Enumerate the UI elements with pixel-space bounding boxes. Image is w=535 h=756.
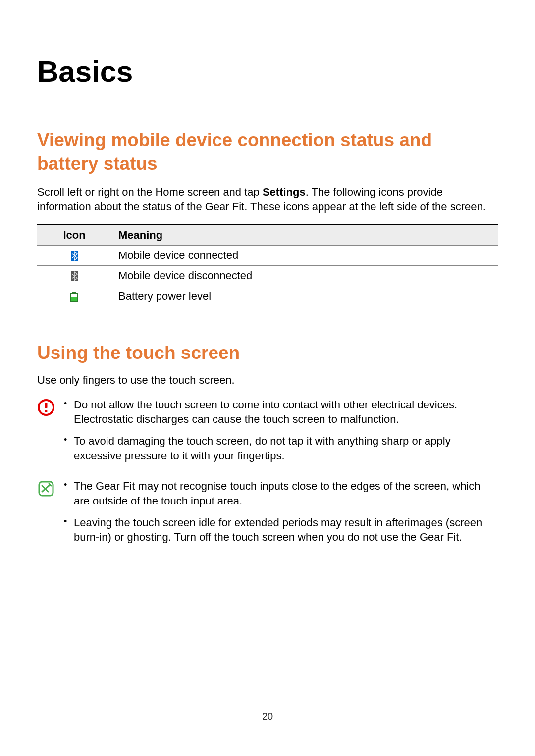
col-header-meaning: Meaning	[111, 225, 498, 246]
meaning-cell: Battery power level	[111, 286, 498, 306]
note-list: The Gear Fit may not recognise touch inp…	[63, 479, 498, 552]
bluetooth-connected-icon	[71, 251, 78, 261]
meaning-cell: Mobile device connected	[111, 245, 498, 265]
table-header-row: Icon Meaning	[37, 225, 498, 246]
caution-list: Do not allow the touch screen to come in…	[63, 398, 498, 470]
caution-callout: Do not allow the touch screen to come in…	[37, 398, 498, 470]
bluetooth-disconnected-icon	[71, 271, 78, 281]
status-icon-table: Icon Meaning Mobile device connected	[37, 224, 498, 306]
battery-icon	[70, 292, 78, 302]
caution-icon	[37, 398, 63, 418]
table-row: Battery power level	[37, 286, 498, 306]
col-header-icon: Icon	[37, 225, 111, 246]
settings-bold: Settings	[263, 186, 306, 198]
list-item: Leaving the touch screen idle for extend…	[63, 515, 498, 545]
icon-cell	[37, 265, 111, 286]
page-content: Basics Viewing mobile device connection …	[0, 0, 535, 552]
para-prefix: Scroll left or right on the Home screen …	[37, 186, 263, 198]
meaning-cell: Mobile device disconnected	[111, 265, 498, 286]
list-item: The Gear Fit may not recognise touch inp…	[63, 479, 498, 508]
svg-rect-2	[45, 410, 48, 412]
section1-paragraph: Scroll left or right on the Home screen …	[37, 185, 498, 214]
svg-rect-1	[45, 403, 48, 408]
touch-intro: Use only fingers to use the touch screen…	[37, 374, 498, 387]
icon-cell	[37, 245, 111, 265]
page-number: 20	[0, 711, 535, 722]
note-icon	[37, 479, 63, 500]
icon-cell	[37, 286, 111, 306]
note-callout: The Gear Fit may not recognise touch inp…	[37, 479, 498, 552]
section2-title: Using the touch screen	[37, 341, 498, 365]
chapter-title: Basics	[37, 54, 498, 89]
list-item: To avoid damaging the touch screen, do n…	[63, 434, 498, 463]
table-row: Mobile device disconnected	[37, 265, 498, 286]
section1-title: Viewing mobile device connection status …	[37, 128, 498, 176]
list-item: Do not allow the touch screen to come in…	[63, 398, 498, 427]
table-row: Mobile device connected	[37, 245, 498, 265]
